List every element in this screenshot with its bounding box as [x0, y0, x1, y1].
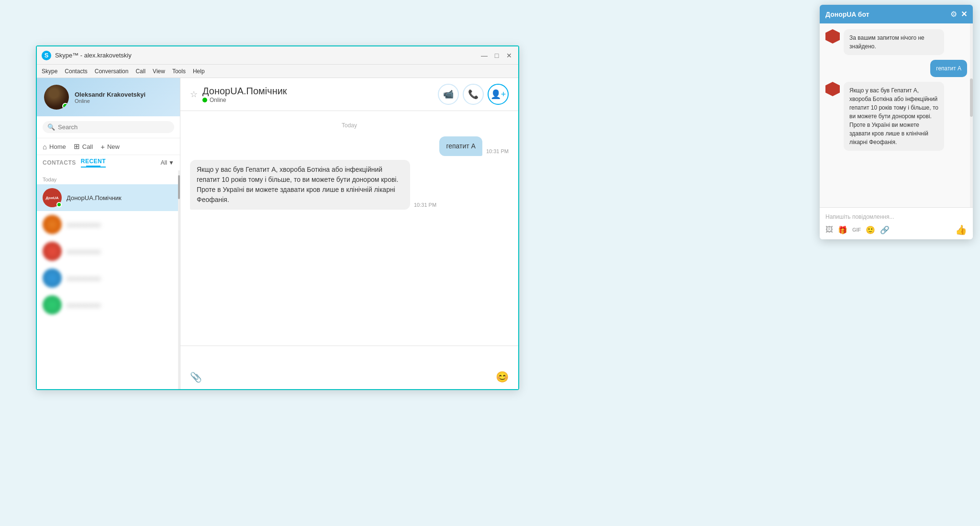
maximize-button[interactable]: □ — [492, 51, 501, 60]
typing-area: 📎 😊 — [180, 346, 518, 389]
contacts-date-header: Today — [37, 173, 180, 184]
bot-avatar-small-1 — [825, 29, 840, 44]
message-time-received: 10:31 PM — [414, 202, 436, 208]
minimize-button[interactable]: — — [480, 51, 489, 60]
bot-bubble-received-2: Якщо у вас був Гепатит А, хвороба Боткін… — [844, 82, 944, 151]
plus-icon: + — [100, 143, 105, 151]
chat-contact-name: ДонорUA.Помічник — [202, 86, 433, 97]
tab-underline — [86, 166, 100, 167]
home-nav-btn[interactable]: ⌂ Home — [43, 143, 66, 151]
date-divider: Today — [190, 122, 509, 129]
sidebar: Oleksandr Krakovetskyi Online 🔍 ⌂ Home ⊞ — [37, 78, 180, 389]
message-bubble-received: Якщо у вас був Гепатит А, хвороба Боткін… — [190, 160, 410, 210]
bot-link-icon[interactable]: 🔗 — [880, 225, 890, 235]
message-bubble-sent: гепатит А — [439, 136, 482, 156]
new-nav-btn[interactable]: + New — [100, 143, 120, 151]
bot-send-button[interactable]: 👍 — [955, 224, 967, 235]
message-time-sent: 10:31 PM — [486, 148, 509, 154]
typing-toolbar: 📎 😊 — [190, 367, 509, 383]
messages-area[interactable]: Today гепатит А 10:31 PM Якщо у вас був … — [180, 111, 518, 346]
sidebar-scrollbar-thumb — [178, 175, 180, 199]
bot-gift-icon[interactable]: 🎁 — [838, 225, 847, 235]
voice-call-button[interactable]: 📞 — [463, 84, 484, 105]
skype-logo: S — [42, 51, 51, 60]
blurred-contact-2[interactable]: xxxxxxxxxxx — [37, 238, 180, 265]
menu-tools[interactable]: Tools — [172, 68, 186, 75]
bot-avatar-small-2 — [825, 82, 840, 96]
window-title: Skype™ - alex.krakovetskiy — [55, 52, 480, 59]
emoji-button[interactable]: 😊 — [496, 371, 509, 383]
bot-message-row-1: За вашим запитом нічого не знайдено. — [825, 29, 967, 55]
donor-avatar: ДонUA — [43, 188, 62, 207]
blurred-name-4: xxxxxxxxxxx — [67, 302, 101, 309]
bot-gif-icon[interactable]: GIF — [852, 227, 861, 233]
bot-close-button[interactable]: ✕ — [961, 10, 967, 19]
star-icon[interactable]: ☆ — [190, 89, 198, 100]
bot-message-row-2: Якщо у вас був Гепатит А, хвороба Боткін… — [825, 82, 967, 151]
search-wrap: 🔍 — [43, 121, 174, 133]
contact-item-donorua[interactable]: ДонUA ДонорUA.Помічник — [37, 184, 180, 211]
search-input[interactable] — [58, 123, 169, 131]
search-icon: 🔍 — [47, 123, 55, 131]
bot-smiley-icon[interactable]: 🙂 — [866, 225, 875, 235]
main-content: Oleksandr Krakovetskyi Online 🔍 ⌂ Home ⊞ — [37, 78, 518, 389]
title-bar: S Skype™ - alex.krakovetskiy — □ ✕ — [37, 46, 518, 65]
video-call-button[interactable]: 📹 — [438, 84, 459, 105]
nav-buttons: ⌂ Home ⊞ Call + New — [37, 138, 180, 155]
sidebar-scrollbar — [178, 170, 180, 389]
blurred-contact-3[interactable]: xxxxxxxxxxx — [37, 265, 180, 291]
status-dot-green — [202, 98, 207, 102]
profile-info: Oleksandr Krakovetskyi Online — [75, 91, 173, 104]
chat-contact-info: ДонорUA.Помічник Online — [202, 86, 433, 103]
avatar-online-dot — [62, 103, 68, 109]
menu-bar: Skype Contacts Conversation Call View To… — [37, 65, 518, 78]
home-icon: ⌂ — [43, 143, 47, 151]
tab-contacts[interactable]: CONTACTS — [43, 159, 76, 166]
attach-button[interactable]: 📎 — [190, 371, 202, 383]
all-dropdown[interactable]: All ▼ — [161, 159, 174, 166]
chat-area: ☆ ДонорUA.Помічник Online 📹 📞 👤+ Today — [180, 78, 518, 389]
call-nav-btn[interactable]: ⊞ Call — [74, 142, 93, 151]
blurred-name-3: xxxxxxxxxxx — [67, 275, 101, 282]
blurred-name-1: xxxxxxxxxxx — [67, 221, 101, 228]
bot-messages[interactable]: За вашим запитом нічого не знайдено. геп… — [820, 23, 973, 207]
tab-recent[interactable]: RECENT — [81, 158, 106, 168]
close-button[interactable]: ✕ — [505, 51, 513, 60]
chevron-down-icon: ▼ — [168, 159, 174, 166]
menu-skype[interactable]: Skype — [42, 68, 57, 75]
chat-header: ☆ ДонорUA.Помічник Online 📹 📞 👤+ — [180, 78, 518, 111]
message-input[interactable] — [190, 352, 509, 367]
menu-view[interactable]: View — [153, 68, 165, 75]
menu-call[interactable]: Call — [135, 68, 145, 75]
bot-window: ДонорUA бот ⚙ ✕ За вашим запитом нічого … — [820, 5, 973, 239]
blurred-contact-4[interactable]: xxxxxxxxxxx — [37, 291, 180, 318]
blurred-name-2: xxxxxxxxxxx — [67, 248, 101, 255]
bot-image-icon[interactable]: 🖼 — [825, 225, 833, 234]
donor-online-dot — [56, 202, 62, 207]
blurred-avatar-1 — [43, 215, 62, 234]
menu-contacts[interactable]: Contacts — [65, 68, 87, 75]
call-icon: ⊞ — [74, 142, 80, 151]
tabs-row: CONTACTS RECENT All ▼ — [37, 155, 180, 170]
add-contact-button[interactable]: 👤+ — [488, 84, 509, 105]
contact-name-donorua: ДонорUA.Помічник — [67, 194, 122, 201]
bot-input-area: Напишіть повідомлення... 🖼 🎁 GIF 🙂 🔗 👍 — [820, 207, 973, 239]
message-row-received: Якщо у вас був Гепатит А, хвороба Боткін… — [190, 160, 509, 210]
blurred-contact-1[interactable]: xxxxxxxxxxx — [37, 211, 180, 238]
chat-actions: 📹 📞 👤+ — [438, 84, 509, 105]
message-row-sent: гепатит А 10:31 PM — [190, 136, 509, 156]
blurred-avatar-2 — [43, 242, 62, 261]
menu-conversation[interactable]: Conversation — [95, 68, 129, 75]
bot-toolbar: 🖼 🎁 GIF 🙂 🔗 👍 — [825, 224, 967, 235]
search-bar: 🔍 — [37, 116, 180, 138]
menu-help[interactable]: Help — [193, 68, 205, 75]
bot-scrollbar-thumb — [970, 78, 973, 117]
bot-header: ДонорUA бот ⚙ ✕ — [820, 5, 973, 23]
bot-bubble-received-1: За вашим запитом нічого не знайдено. — [844, 29, 944, 55]
bot-scrollbar — [970, 23, 973, 207]
contact-list: Today ДонUA ДонорUA.Помічник xxxxxxxxxxx — [37, 170, 180, 389]
title-bar-controls: — □ ✕ — [480, 51, 513, 60]
bot-gear-icon[interactable]: ⚙ — [950, 10, 957, 19]
chat-contact-status: Online — [202, 97, 433, 103]
bot-input-placeholder[interactable]: Напишіть повідомлення... — [825, 212, 967, 224]
